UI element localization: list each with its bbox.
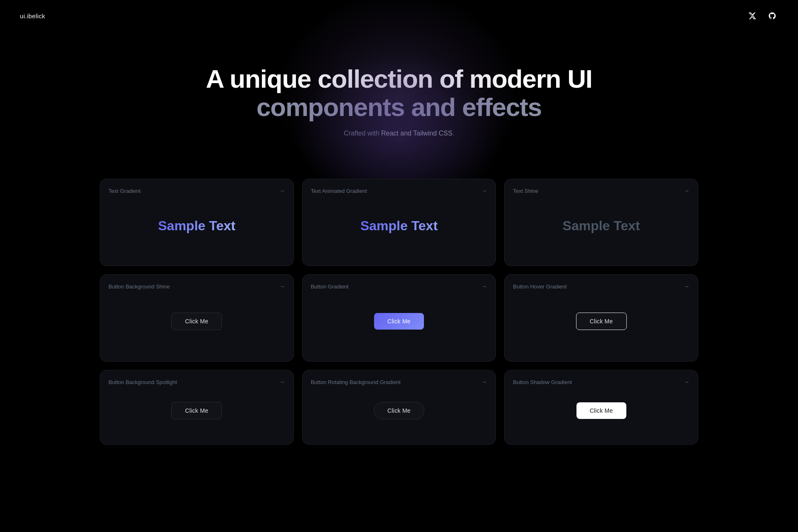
card-label: Button Background Shine	[108, 283, 170, 290]
subtitle-highlight: React and Tailwind CSS	[381, 130, 452, 137]
card-header: Text Gradient →	[108, 187, 285, 194]
arrow-icon: →	[279, 187, 285, 194]
card-content: Click Me	[311, 290, 488, 353]
hero-title-line2: components and effects	[20, 93, 778, 121]
twitter-link[interactable]	[746, 10, 758, 22]
card-header: Button Rotating Background Gradient →	[311, 379, 488, 385]
hero-title-line1: A unique collection of modern UI	[20, 65, 778, 93]
sample-text: Sample Text	[360, 218, 438, 234]
card-text-gradient[interactable]: Text Gradient → Sample Text	[100, 179, 294, 266]
arrow-icon: →	[481, 283, 487, 290]
card-button-gradient[interactable]: Button Gradient → Click Me	[302, 274, 496, 362]
card-header: Text Shine →	[513, 187, 690, 194]
card-content: Sample Text	[513, 194, 690, 257]
card-label: Text Shine	[513, 188, 538, 194]
nav-icon-group	[746, 10, 778, 22]
click-me-button[interactable]: Click Me	[576, 402, 626, 419]
card-header: Button Gradient →	[311, 283, 488, 290]
card-header: Button Background Spotlight →	[108, 379, 285, 385]
click-me-button[interactable]: Click Me	[374, 402, 424, 419]
hero-section: A unique collection of modern UI compone…	[0, 32, 798, 179]
card-content: Sample Text	[108, 194, 285, 257]
card-header: Button Hover Gradient →	[513, 283, 690, 290]
card-content: Click Me	[108, 290, 285, 353]
arrow-icon: →	[481, 379, 487, 385]
card-text-shine[interactable]: Text Shine → Sample Text	[504, 179, 698, 266]
arrow-icon: →	[684, 283, 690, 290]
github-link[interactable]	[766, 10, 778, 22]
card-button-background-spotlight[interactable]: Button Background Spotlight → Click Me	[100, 370, 294, 445]
arrow-icon: →	[279, 379, 285, 385]
nav-logo[interactable]: ui.ibelick	[20, 12, 45, 20]
card-content: Click Me	[311, 385, 488, 436]
arrow-icon: →	[684, 379, 690, 385]
card-button-shadow-gradient[interactable]: Button Shadow Gradient → Click Me	[504, 370, 698, 445]
arrow-icon: →	[279, 283, 285, 290]
click-me-button[interactable]: Click Me	[374, 313, 424, 330]
card-text-animated-gradient[interactable]: Text Animated Gradient → Sample Text	[302, 179, 496, 266]
card-content: Sample Text	[311, 194, 488, 257]
card-content: Click Me	[108, 385, 285, 436]
click-me-button[interactable]: Click Me	[171, 313, 222, 330]
arrow-icon: →	[481, 187, 487, 194]
card-header: Button Background Shine →	[108, 283, 285, 290]
arrow-icon: →	[684, 187, 690, 194]
navbar: ui.ibelick	[0, 0, 798, 32]
twitter-icon	[748, 12, 756, 20]
sample-text: Sample Text	[158, 218, 235, 234]
card-button-rotating-background-gradient[interactable]: Button Rotating Background Gradient → Cl…	[302, 370, 496, 445]
click-me-button[interactable]: Click Me	[576, 313, 627, 330]
github-icon	[768, 12, 776, 20]
card-header: Button Shadow Gradient →	[513, 379, 690, 385]
card-header: Text Animated Gradient →	[311, 187, 488, 194]
component-grid: Text Gradient → Sample Text Text Animate…	[0, 179, 798, 470]
hero-title: A unique collection of modern UI compone…	[20, 65, 778, 121]
card-label: Text Gradient	[108, 188, 140, 194]
card-content: Click Me	[513, 290, 690, 353]
card-label: Button Rotating Background Gradient	[311, 379, 401, 385]
card-content: Click Me	[513, 385, 690, 436]
card-label: Text Animated Gradient	[311, 188, 367, 194]
card-label: Button Shadow Gradient	[513, 379, 572, 385]
card-label: Button Gradient	[311, 283, 349, 290]
subtitle-suffix: .	[452, 130, 454, 137]
card-label: Button Background Spotlight	[108, 379, 177, 385]
card-button-background-shine[interactable]: Button Background Shine → Click Me	[100, 274, 294, 362]
sample-text: Sample Text	[563, 218, 640, 234]
click-me-button[interactable]: Click Me	[171, 402, 222, 419]
card-label: Button Hover Gradient	[513, 283, 566, 290]
subtitle-prefix: Crafted with	[344, 130, 381, 137]
hero-subtitle: Crafted with React and Tailwind CSS.	[20, 130, 778, 137]
card-button-hover-gradient[interactable]: Button Hover Gradient → Click Me	[504, 274, 698, 362]
